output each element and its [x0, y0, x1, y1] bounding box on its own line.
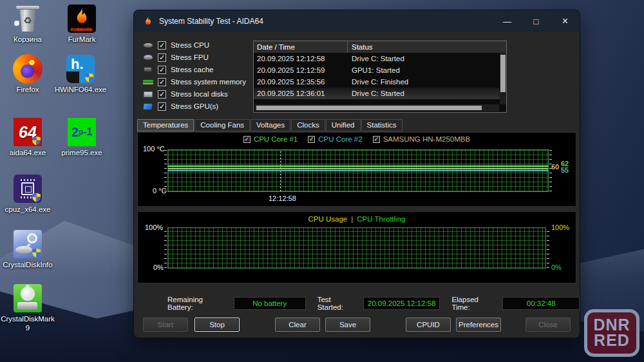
status-row: Remaining Battery: No battery Test Start… — [134, 296, 580, 311]
log-header-datetime[interactable]: Date / Time — [254, 41, 348, 53]
icon-label: cpuz_x64.exe — [5, 205, 51, 214]
scrollbar-thumb[interactable] — [256, 106, 482, 110]
crystaldiskinfo-icon — [13, 229, 43, 259]
usage-right-max: 100% — [551, 224, 569, 231]
desktop-icon-crystaldiskinfo[interactable]: CrystalDiskInfo — [0, 229, 55, 270]
icon-label: CrystalDiskInfo — [3, 261, 52, 270]
stress-option-cache: Stress cache — [142, 65, 246, 74]
memory-icon — [142, 78, 153, 86]
desktop-icon-hwinfo64[interactable]: h. HWiNFO64.exe — [53, 54, 108, 95]
desktop-icon-cpuz[interactable]: cpuz_x64.exe — [0, 174, 55, 214]
desktop-icon-aida64[interactable]: 64 aida64.exe — [0, 117, 55, 158]
stress-options: Stress CPU Stress FPU Stress cache Stres… — [142, 41, 246, 111]
desktop-icon-firefox[interactable]: Firefox — [0, 54, 55, 95]
prime95-icon: 2p-1 — [67, 117, 97, 147]
stress-memory-checkbox[interactable] — [158, 78, 166, 86]
temp-x-tick: 12:12:58 — [269, 195, 296, 202]
test-started-label: Test Started: — [317, 296, 357, 311]
minimize-button[interactable]: — — [493, 10, 522, 32]
maximize-button[interactable]: □ — [522, 10, 551, 32]
legend-core2-checkbox[interactable] — [308, 136, 315, 143]
event-log: Date / Time Status 20.09.2025 12:12:58 D… — [253, 41, 507, 113]
test-started-value: 20.09.2025 12:12:58 — [363, 297, 440, 310]
core1-temp-line — [168, 166, 548, 167]
desktop-icon-prime95[interactable]: 2p-1 prime95.exe — [54, 117, 109, 158]
close-icon: × — [562, 15, 568, 27]
preferences-button[interactable]: Preferences — [456, 318, 501, 332]
log-row-selected[interactable]: 20.09.2025 12:36:01 Drive C: Started — [254, 88, 506, 99]
desktop-icon-recycle-bin[interactable]: ♻ Корзина — [0, 4, 55, 44]
stop-button[interactable]: Stop — [194, 318, 240, 332]
window-content: Stress CPU Stress FPU Stress cache Stres… — [134, 32, 580, 338]
icon-label: CrystalDiskMark9 — [1, 315, 55, 333]
stress-cpu-checkbox[interactable] — [158, 41, 166, 50]
legend-samsung-checkbox[interactable] — [373, 136, 380, 143]
samsung-temp-line — [168, 168, 548, 169]
stress-option-gpu: Stress GPU(s) — [142, 102, 246, 111]
tab-cooling-fans[interactable]: Cooling Fans — [194, 119, 250, 131]
elapsed-time-value: 00:32:48 — [502, 297, 580, 310]
usage-plot — [167, 227, 546, 269]
cpuid-button[interactable]: CPUID — [406, 318, 451, 332]
furmark-icon: FURMARK — [67, 4, 97, 33]
clear-button[interactable]: Clear — [275, 318, 320, 332]
core2-temp-line — [168, 170, 548, 171]
legend-cpu-core2: CPU Core #2 — [308, 135, 362, 143]
usage-left-min: 0% — [153, 263, 164, 271]
stress-option-fpu: Stress FPU — [142, 53, 246, 62]
tab-clocks[interactable]: Clocks — [291, 119, 325, 131]
usage-chart-title: CPU Usage|CPU Throttling — [138, 215, 576, 223]
stress-gpu-checkbox[interactable] — [158, 102, 166, 111]
legend-samsung-disk: SAMSUNG HN-M250MBB — [373, 135, 470, 143]
log-horizontal-scrollbar[interactable] — [254, 104, 499, 111]
dnr-red-watermark: DNR RED — [584, 309, 639, 357]
log-vertical-scrollbar[interactable] — [500, 53, 506, 104]
scrollbar-thumb[interactable] — [500, 55, 506, 92]
legend-core1-checkbox[interactable] — [243, 136, 251, 143]
battery-label: Remaining Battery: — [167, 296, 227, 311]
temperature-chart-panel: CPU Core #1 CPU Core #2 SAMSUNG HN-M250M… — [137, 132, 576, 207]
recycle-bin-icon: ♻ — [13, 4, 43, 33]
icon-label: HWiNFO64.exe — [55, 86, 107, 95]
log-row[interactable]: 20.09.2025 12:12:59 GPU1: Started — [254, 64, 506, 76]
titlebar[interactable]: System Stability Test - AIDA64 — □ × — [134, 10, 580, 32]
samsung-current-value: 60 — [551, 163, 559, 171]
button-row: Start Stop Clear Save CPUID Preferences … — [134, 318, 580, 332]
usage-right-min: 0% — [551, 263, 562, 271]
log-header-status[interactable]: Status — [348, 43, 506, 51]
usage-left-max: 100% — [145, 224, 163, 231]
stress-fpu-checkbox[interactable] — [158, 53, 166, 62]
hwinfo-icon: h. — [66, 54, 95, 84]
chart-legend: CPU Core #1 CPU Core #2 SAMSUNG HN-M250M… — [138, 135, 576, 143]
stress-disks-checkbox[interactable] — [158, 90, 166, 99]
start-button[interactable]: Start — [143, 318, 188, 332]
cpu-usage-chart-panel: CPU Usage|CPU Throttling 100% 0% 100% 0% — [137, 211, 576, 283]
window-title: System Stability Test - AIDA64 — [159, 17, 263, 26]
save-button[interactable]: Save — [325, 318, 370, 332]
close-button[interactable]: × — [551, 10, 580, 32]
desktop-icon-furmark[interactable]: FURMARK FurMark — [54, 4, 109, 44]
cpu-icon — [142, 41, 153, 49]
crystaldiskmark-icon — [13, 283, 43, 313]
log-row[interactable]: 20.09.2025 12:35:56 Drive C: Finished — [254, 76, 506, 88]
desktop: ♻ Корзина FURMARK FurMark Firefox h. HWi… — [0, 0, 644, 362]
log-row[interactable]: 20.09.2025 12:12:58 Drive C: Started — [254, 53, 506, 64]
tab-voltages[interactable]: Voltages — [251, 119, 290, 131]
temperature-plot — [167, 149, 549, 192]
log-header: Date / Time Status — [254, 41, 506, 53]
firefox-icon — [13, 54, 43, 84]
temp-axis-max: 100 °C — [143, 145, 165, 153]
legend-cpu-core1: CPU Core #1 — [243, 135, 298, 143]
aida64-icon: 64 — [13, 117, 43, 147]
desktop-icon-crystaldiskmark[interactable]: CrystalDiskMark9 — [0, 283, 55, 333]
close-button-bottom[interactable]: Close — [526, 318, 571, 332]
tab-statistics[interactable]: Statistics — [361, 119, 402, 131]
minimize-icon: — — [503, 17, 511, 26]
aida64-flame-icon — [143, 16, 153, 26]
tab-temperatures[interactable]: Temperatures — [137, 119, 194, 131]
cpuz-icon — [13, 174, 43, 204]
tab-unified[interactable]: Unified — [326, 119, 361, 131]
fpu-icon — [142, 53, 153, 61]
stress-cache-checkbox[interactable] — [158, 66, 166, 74]
stress-option-disks: Stress local disks — [142, 90, 246, 99]
